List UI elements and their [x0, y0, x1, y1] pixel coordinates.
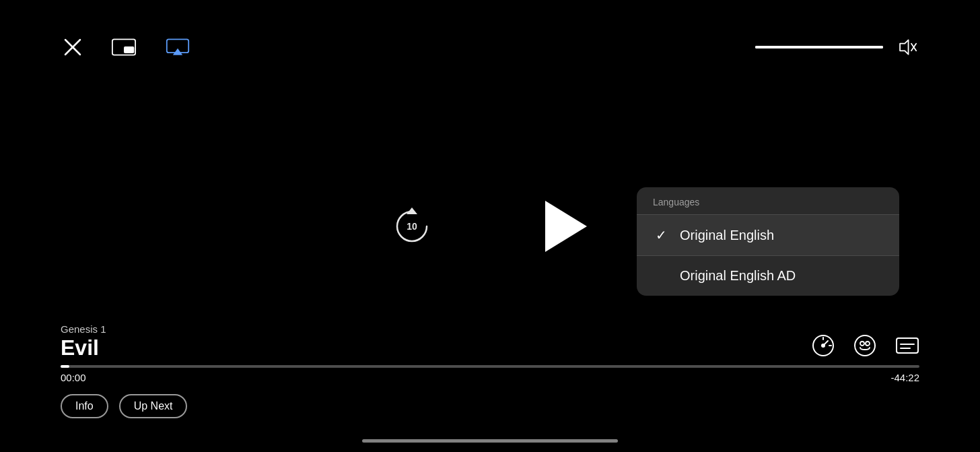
pip-button[interactable] — [109, 35, 139, 59]
progress-fill — [61, 365, 69, 368]
replay-10-button[interactable]: 10 — [392, 206, 432, 247]
bottom-icon-controls — [812, 334, 919, 357]
language-dropdown: Languages ✓ Original English Original En… — [637, 187, 899, 296]
svg-point-17 — [855, 335, 875, 356]
captions-button[interactable] — [895, 334, 919, 357]
episode-label: Genesis 1 — [61, 323, 106, 335]
volume-fill — [755, 46, 883, 49]
close-button[interactable] — [61, 35, 85, 59]
center-controls: 10 — [392, 199, 588, 253]
svg-rect-3 — [124, 46, 134, 53]
svg-marker-6 — [900, 40, 908, 54]
progress-track[interactable] — [61, 365, 919, 368]
language-option-original-english-ad[interactable]: Original English AD — [637, 256, 899, 296]
svg-marker-9 — [407, 207, 417, 214]
mute-button[interactable] — [893, 35, 919, 59]
language-option-label: Original English — [680, 228, 774, 243]
language-dropdown-header: Languages — [637, 187, 899, 215]
audio-button[interactable] — [853, 334, 876, 357]
check-mark-icon: ✓ — [653, 227, 669, 243]
bottom-section: Genesis 1 Evil — [0, 323, 980, 418]
svg-point-18 — [860, 342, 864, 346]
svg-marker-11 — [545, 201, 587, 252]
volume-slider[interactable] — [755, 46, 883, 49]
language-option-original-english[interactable]: ✓ Original English — [637, 215, 899, 256]
time-display: 00:00 -44:22 — [61, 372, 919, 383]
svg-line-14 — [823, 341, 828, 346]
show-title: Evil — [61, 336, 106, 360]
progress-container[interactable] — [61, 365, 919, 368]
language-option-ad-label: Original English AD — [680, 268, 796, 284]
scroll-indicator — [362, 439, 618, 443]
airplay-button[interactable] — [163, 35, 193, 59]
play-button[interactable] — [540, 199, 588, 253]
svg-marker-5 — [173, 49, 182, 55]
svg-text:10: 10 — [407, 221, 417, 232]
info-button[interactable]: Info — [61, 394, 108, 418]
volume-controls — [755, 35, 919, 59]
show-info: Genesis 1 Evil — [61, 323, 919, 360]
top-left-controls — [61, 35, 193, 59]
bottom-buttons: Info Up Next — [61, 394, 919, 418]
remaining-time: -44:22 — [890, 372, 919, 383]
svg-point-19 — [866, 342, 870, 346]
svg-rect-20 — [897, 338, 918, 353]
current-time: 00:00 — [61, 372, 86, 383]
up-next-button[interactable]: Up Next — [119, 394, 188, 418]
top-controls — [0, 35, 980, 59]
speed-button[interactable] — [812, 334, 835, 357]
show-meta: Genesis 1 Evil — [61, 323, 106, 360]
